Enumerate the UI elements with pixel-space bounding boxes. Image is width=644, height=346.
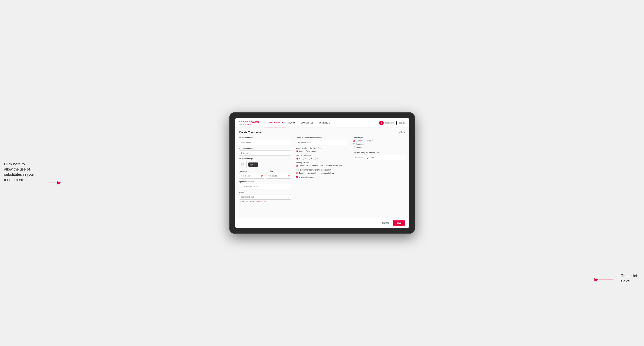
form-footer: Cancel Save <box>235 218 409 228</box>
scoring-medal[interactable]: Medal Match Play <box>324 165 342 167</box>
division-select[interactable]: NCAA Division I NCAA Division II NCAA Di… <box>296 140 348 145</box>
back-label: Back <box>400 131 405 133</box>
division-label: Which division is the event for? <box>296 137 348 139</box>
scoring-api-group: Use third-party live scoring API? Select… <box>353 152 405 160</box>
gender-radio-group: Mens Womens <box>296 150 348 152</box>
sponsor-input[interactable] <box>239 184 291 189</box>
start-date-wrapper: 📅 <box>239 173 264 178</box>
gender-group: Which gender is the event for? Mens Wome… <box>296 147 348 152</box>
format-options-container: 5 count 4 Other 6 count 4 <box>353 140 405 149</box>
venue-group: Venue Can't find your venue? email suppo… <box>239 191 291 202</box>
format-6count5[interactable]: 6 count 5 <box>353 146 405 149</box>
navbar: SCOREBOARD Powered by clippd TOURNAMENTS… <box>235 118 409 127</box>
tablet-frame: SCOREBOARD Powered by clippd TOURNAMENTS… <box>229 112 415 234</box>
upload-button[interactable]: Upload <box>248 163 258 167</box>
start-date-label: Start date <box>239 170 264 173</box>
rounds-2-label: 2 <box>305 158 306 160</box>
division-group: Which division is the event for? NCAA Di… <box>296 137 348 145</box>
start-date-input[interactable] <box>239 173 264 178</box>
gender-label: Which gender is the event for? <box>296 147 348 149</box>
end-date-group: End date 📅 <box>266 170 291 178</box>
nav-separator: | <box>396 121 397 125</box>
scoring-api-label: Use third-party live scoring API? <box>353 152 405 154</box>
rounds-1[interactable]: 1 <box>296 158 300 160</box>
powered-by: Powered by clippd <box>239 124 259 125</box>
venue-search-input[interactable] <box>239 194 291 200</box>
logo-placeholder-icon <box>239 161 246 168</box>
format-6count5-label: 6 count 5 <box>356 146 364 149</box>
event-type-radio-group: Teams (+Individuals) Individuals Only <box>296 172 348 174</box>
start-date-group: Start date 📅 <box>239 170 264 178</box>
tournament-host-group: Tournament Host <box>239 137 291 145</box>
end-date-label: End date <box>266 170 291 173</box>
gender-mens[interactable]: Mens <box>296 150 304 152</box>
nav-rankings[interactable]: RANKINGS <box>316 118 333 127</box>
left-arrow <box>47 180 63 187</box>
back-button[interactable]: ‹ Back <box>399 131 405 133</box>
format-6count4[interactable]: 6 count 4 <box>353 143 405 145</box>
nav-teams[interactable]: TEAMS <box>286 118 298 127</box>
left-annotation: Click here to allow the use of substitut… <box>4 162 34 182</box>
middle-form-section: Which division is the event for? NCAA Di… <box>296 137 348 204</box>
end-date-input[interactable] <box>266 173 291 178</box>
format-type-group: Format type 5 count 4 Other <box>353 137 405 149</box>
rounds-3[interactable]: 3 <box>308 158 312 160</box>
scoring-medal-label: Medal Match Play <box>328 165 342 167</box>
scoring-api-select[interactable]: Select a scoring service <box>353 155 405 160</box>
nav-right: B blair admin | Sign out <box>379 121 405 125</box>
sponsor-group: Sponsor (optional) <box>239 181 291 189</box>
scoring-label: Scoring system <box>296 162 348 164</box>
nav-committee[interactable]: COMMITTEE <box>298 118 316 127</box>
scoring-match-label: Match Play <box>314 165 323 167</box>
scoring-match[interactable]: Match Play <box>310 165 323 167</box>
date-row: Start date 📅 End date 📅 <box>239 170 291 178</box>
clippd-brand: clippd <box>246 124 251 125</box>
rounds-label: Number of rounds <box>296 155 348 157</box>
host-search-input[interactable] <box>239 140 291 145</box>
email-support-link[interactable]: email support <box>256 200 266 202</box>
rounds-group: Number of rounds 1 2 <box>296 155 348 160</box>
logo-area: SCOREBOARD Powered by clippd <box>239 121 259 125</box>
page-header: Create Tournament ‹ Back <box>239 131 405 134</box>
allow-substitutes-group[interactable]: Allow substitutes? <box>296 176 348 178</box>
signout-link[interactable]: Sign out <box>398 122 405 124</box>
left-form-section: Tournament Host Tournament name Tourname… <box>239 137 291 204</box>
scoreboard-logo: SCOREBOARD <box>239 121 259 124</box>
logo-label: Tournament logo <box>239 158 291 160</box>
scoring-group: Scoring system Stroke Play Match Play <box>296 162 348 167</box>
event-teams-label: Teams (+Individuals) <box>299 172 316 174</box>
name-input[interactable] <box>239 150 291 156</box>
format-type-label: Format type <box>353 137 405 139</box>
cancel-button[interactable]: Cancel <box>380 221 391 225</box>
end-date-wrapper: 📅 <box>266 173 291 178</box>
rounds-4[interactable]: 4 <box>314 158 318 160</box>
format-other-label: Other <box>368 140 373 142</box>
nav-links: TOURNAMENTS TEAMS COMMITTEE RANKINGS <box>264 118 379 127</box>
format-other[interactable]: Other <box>366 140 373 142</box>
rounds-2[interactable]: 2 <box>302 158 306 160</box>
scoring-stroke[interactable]: Stroke Play <box>296 165 308 167</box>
format-5count4[interactable]: 5 count 4 <box>353 140 364 142</box>
rounds-4-label: 4 <box>317 158 318 160</box>
save-button[interactable]: Save <box>393 220 405 226</box>
page-title: Create Tournament <box>239 131 264 134</box>
svg-point-5 <box>242 164 242 164</box>
allow-substitutes-checkbox[interactable] <box>296 176 298 178</box>
back-chevron: ‹ <box>399 131 400 133</box>
gender-womens-label: Womens <box>308 150 316 152</box>
format-6count4-label: 6 count 4 <box>356 143 364 145</box>
event-individuals[interactable]: Individuals Only <box>318 172 334 174</box>
rounds-radio-group: 1 2 3 4 <box>296 158 348 160</box>
venue-select-wrapper <box>239 194 291 200</box>
tournament-name-group: Tournament name <box>239 147 291 156</box>
host-label: Tournament Host <box>239 137 291 139</box>
division-select-wrapper: NCAA Division I NCAA Division II NCAA Di… <box>296 140 348 145</box>
main-content: Create Tournament ‹ Back Tournament Host <box>235 127 409 218</box>
format-row-1: 5 count 4 Other <box>353 140 405 142</box>
logo-upload-area: Upload <box>239 161 291 168</box>
event-teams[interactable]: Teams (+Individuals) <box>296 172 316 174</box>
nav-tournaments[interactable]: TOURNAMENTS <box>264 118 286 127</box>
gender-womens[interactable]: Womens <box>306 150 316 152</box>
rounds-3-label: 3 <box>311 158 312 160</box>
right-annotation: Then click Save. <box>621 273 638 284</box>
